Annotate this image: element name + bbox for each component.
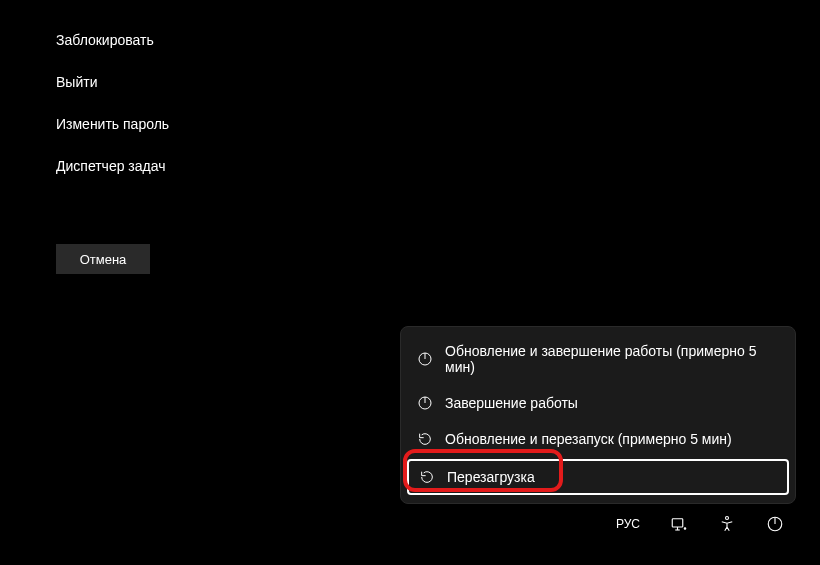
security-options-list: Заблокировать Выйти Изменить пароль Дисп… (56, 32, 169, 174)
lock-option[interactable]: Заблокировать (56, 32, 169, 48)
power-tray-icon[interactable] (766, 515, 784, 533)
power-item-label: Обновление и перезапуск (примерно 5 мин) (445, 431, 732, 447)
svg-point-8 (726, 517, 729, 520)
svg-rect-4 (672, 519, 683, 527)
power-item-label: Завершение работы (445, 395, 578, 411)
power-item-label: Обновление и завершение работы (примерно… (445, 343, 779, 375)
cancel-button[interactable]: Отмена (56, 244, 150, 274)
bottom-tray: РУС (616, 515, 784, 533)
svg-point-7 (684, 528, 686, 530)
power-item-label: Перезагрузка (447, 469, 535, 485)
change-password-option[interactable]: Изменить пароль (56, 116, 169, 132)
restart-icon (417, 431, 433, 447)
network-icon[interactable] (670, 515, 688, 533)
restart-item[interactable]: Перезагрузка (407, 459, 789, 495)
power-icon (417, 395, 433, 411)
accessibility-icon[interactable] (718, 515, 736, 533)
update-restart-item[interactable]: Обновление и перезапуск (примерно 5 мин) (401, 421, 795, 457)
power-icon (417, 351, 433, 367)
language-indicator[interactable]: РУС (616, 517, 640, 531)
shutdown-item[interactable]: Завершение работы (401, 385, 795, 421)
update-shutdown-item[interactable]: Обновление и завершение работы (примерно… (401, 333, 795, 385)
sign-out-option[interactable]: Выйти (56, 74, 169, 90)
power-menu: Обновление и завершение работы (примерно… (400, 326, 796, 504)
restart-icon (419, 469, 435, 485)
task-manager-option[interactable]: Диспетчер задач (56, 158, 169, 174)
